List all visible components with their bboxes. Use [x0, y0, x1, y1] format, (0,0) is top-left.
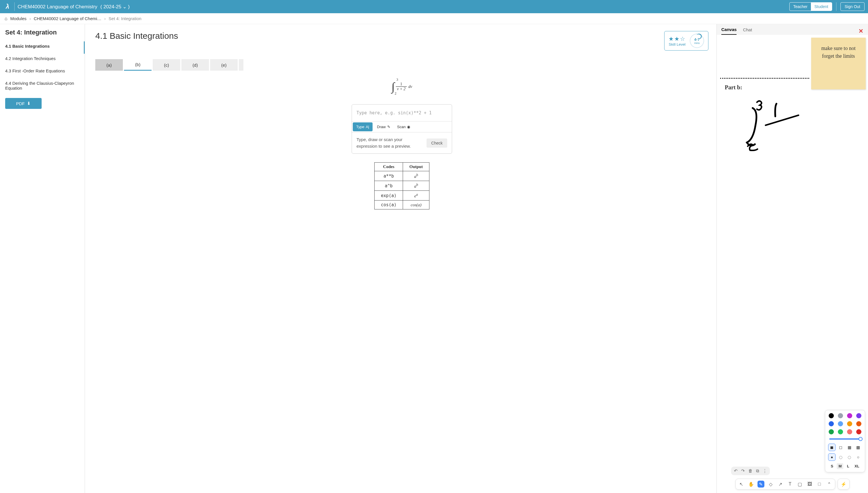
tab-e[interactable]: (e): [210, 59, 238, 71]
stroke-dotted[interactable]: ◌: [837, 453, 844, 461]
chevron-up-icon[interactable]: ⌃: [826, 481, 833, 488]
student-button[interactable]: Student: [811, 3, 831, 10]
chevron-right-icon: ›: [29, 16, 31, 21]
answer-box: Type A| Draw ✎ Scan ◉ Type, draw or scan…: [351, 104, 452, 154]
sticky-note[interactable]: make sure to not forget the limits: [811, 38, 866, 89]
arrow-icon[interactable]: ↗: [777, 481, 784, 488]
sidebar-item-4-2[interactable]: 4.2 Integration Techniques: [5, 54, 81, 66]
table-row: cos(a) cos(a): [374, 200, 429, 210]
course-title[interactable]: CHEM40002 Language of Chemistry ( 2024-2…: [18, 4, 130, 10]
fill-hatch[interactable]: ▦: [846, 444, 853, 451]
part-label[interactable]: Part b:: [725, 84, 742, 91]
input-tab-draw[interactable]: Draw ✎: [373, 122, 393, 132]
trash-icon[interactable]: 🗑: [748, 468, 753, 473]
color-pink[interactable]: [847, 413, 852, 418]
redo-icon[interactable]: ↷: [741, 468, 745, 473]
eraser-icon[interactable]: ◇: [767, 481, 774, 488]
size-row: S M L XL: [828, 463, 862, 469]
fill-cross[interactable]: ▩: [854, 444, 862, 451]
pdf-button[interactable]: PDF ⬇: [5, 98, 42, 109]
canvas-tab[interactable]: Canvas: [721, 27, 736, 35]
chevron-right-icon: ›: [104, 16, 106, 21]
teacher-button[interactable]: Teacher: [790, 3, 811, 10]
dotted-line[interactable]: [720, 78, 809, 79]
codes-table: Codes Output a**b ab a^b ab exp(a) ea co…: [374, 162, 429, 210]
tab-d[interactable]: (d): [181, 59, 209, 71]
tab-more[interactable]: [239, 59, 244, 71]
breadcrumb-course[interactable]: CHEM40002 Language of Chemi…: [33, 16, 101, 21]
more-icon[interactable]: ⋮: [763, 468, 767, 473]
color-gray[interactable]: [838, 413, 843, 418]
pencil-icon[interactable]: ✎: [757, 481, 764, 488]
shape-icon[interactable]: □: [816, 481, 823, 488]
answer-input[interactable]: [357, 110, 447, 115]
stroke-solid[interactable]: ●: [828, 453, 836, 461]
sidebar-item-4-3[interactable]: 4.3 First -Order Rate Equations: [5, 66, 81, 79]
undo-toolbar: ↶ ↷ 🗑 ⧉ ⋮: [731, 467, 770, 475]
content: 4.1 Basic Integrations ★★☆ Skill Level 4…: [85, 24, 716, 493]
divider: [836, 2, 837, 11]
time-estimate: 4-7 mins: [690, 34, 704, 48]
stroke-slider[interactable]: [829, 438, 861, 440]
hand-drawing[interactable]: [743, 98, 806, 155]
stroke-dashed[interactable]: ◌: [846, 453, 853, 461]
app-logo[interactable]: λ: [3, 3, 12, 10]
preview-text: Type, draw or scan your expression to se…: [357, 136, 414, 149]
color-grid: [828, 413, 862, 434]
color-black[interactable]: [829, 413, 834, 418]
color-purple[interactable]: [856, 413, 861, 418]
breadcrumb-modules[interactable]: Modules: [10, 16, 27, 21]
breadcrumb: ⌂ Modules › CHEM40002 Language of Chemi……: [0, 13, 868, 24]
size-xl[interactable]: XL: [853, 463, 861, 469]
skill-stars: ★★☆: [668, 35, 686, 42]
text-icon[interactable]: T: [787, 481, 794, 488]
close-icon[interactable]: ✕: [859, 27, 863, 35]
codes-header: Codes: [374, 163, 403, 171]
color-blue[interactable]: [829, 421, 834, 426]
chevron-down-icon[interactable]: ⌄: [122, 4, 127, 9]
home-icon[interactable]: ⌂: [5, 16, 7, 21]
main-toolbar: ↖ ✋ ✎ ◇ ↗ T ▢ 🖼 □ ⌃: [735, 479, 835, 490]
canvas-body[interactable]: make sure to not forget the limits Part …: [717, 35, 868, 493]
check-button[interactable]: Check: [427, 138, 447, 148]
table-row: a**b ab: [374, 171, 429, 181]
skill-box: ★★☆ Skill Level 4-7 mins: [664, 31, 708, 50]
undo-icon[interactable]: ↶: [734, 468, 738, 473]
sidebar: Set 4: Integration 4.1 Basic Integration…: [0, 24, 85, 493]
fill-outline[interactable]: ◻: [837, 444, 844, 451]
color-orange[interactable]: [856, 421, 861, 426]
tool-palette: ◼ ◻ ▦ ▩ ● ◌ ◌ ○ S M L XL: [825, 410, 865, 472]
select-icon[interactable]: ↖: [738, 481, 745, 488]
tab-b[interactable]: (b): [124, 59, 152, 71]
color-green[interactable]: [829, 429, 834, 434]
chat-tab[interactable]: Chat: [743, 27, 752, 35]
topbar: λ CHEM40002 Language of Chemistry ( 2024…: [0, 0, 868, 13]
size-l[interactable]: L: [845, 463, 851, 469]
signout-button[interactable]: Sign Out: [841, 2, 865, 11]
stroke-none[interactable]: ○: [854, 453, 862, 461]
size-m[interactable]: M: [837, 463, 843, 469]
page-title: 4.1 Basic Integrations: [95, 31, 178, 41]
size-s[interactable]: S: [829, 463, 835, 469]
hand-icon[interactable]: ✋: [748, 481, 755, 488]
fill-solid[interactable]: ◼: [828, 444, 836, 451]
tab-a[interactable]: (a): [95, 59, 123, 71]
color-amber[interactable]: [847, 421, 852, 426]
sidebar-item-4-1[interactable]: 4.1 Basic Integrations: [5, 41, 85, 54]
bolt-icon[interactable]: ⚡: [840, 481, 847, 488]
camera-icon: ◉: [407, 125, 410, 129]
color-lightgreen[interactable]: [838, 429, 843, 434]
divider: [14, 2, 15, 11]
canvas-panel: Canvas Chat ✕ make sure to not forget th…: [716, 24, 868, 493]
note-icon[interactable]: ▢: [797, 481, 803, 488]
color-lightred[interactable]: [847, 429, 852, 434]
duplicate-icon[interactable]: ⧉: [756, 468, 759, 473]
input-tab-scan[interactable]: Scan ◉: [394, 122, 414, 132]
color-lightblue[interactable]: [838, 421, 843, 426]
input-tab-type[interactable]: Type A|: [353, 122, 372, 131]
sidebar-title: Set 4: Integration: [5, 29, 81, 36]
color-red[interactable]: [856, 429, 861, 434]
image-icon[interactable]: 🖼: [806, 481, 813, 488]
sidebar-item-4-4[interactable]: 4.4 Deriving the Clausius-Clapeyron Equa…: [5, 79, 81, 96]
tab-c[interactable]: (c): [153, 59, 180, 71]
